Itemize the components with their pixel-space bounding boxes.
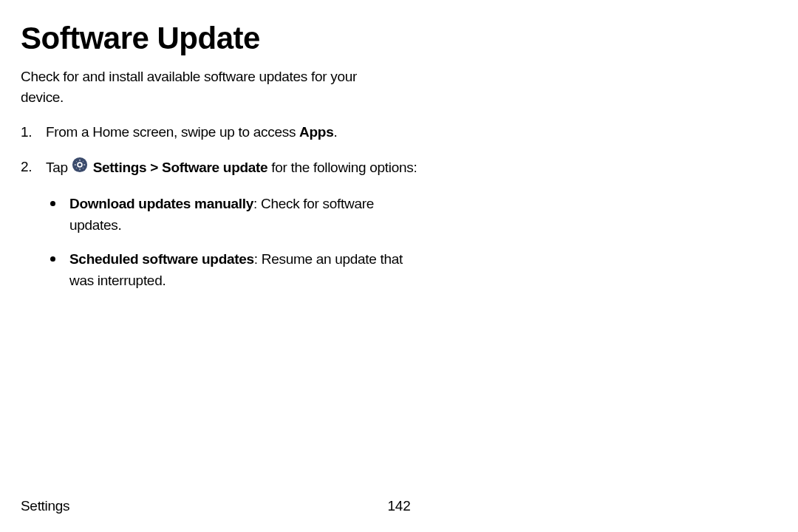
footer-section: Settings	[21, 498, 69, 514]
page-title: Software Update	[21, 21, 777, 56]
step-1-bold: Apps	[299, 124, 333, 140]
step-2-suffix: for the following options:	[267, 160, 417, 175]
settings-icon	[72, 157, 88, 180]
option-1: Download updates manually: Check for sof…	[50, 194, 420, 236]
option-2: Scheduled software updates: Resume an up…	[50, 249, 420, 291]
step-2-prefix: Tap	[46, 160, 72, 175]
footer: Settings 142	[21, 498, 777, 514]
intro-text: Check for and install available software…	[21, 66, 398, 107]
step-1-suffix: .	[333, 124, 337, 140]
step-2: Tap Settings > Software update for the f…	[21, 157, 420, 292]
step-1: From a Home screen, swipe up to access A…	[21, 122, 420, 143]
step-1-prefix: From a Home screen, swipe up to access	[46, 124, 299, 140]
steps-list: From a Home screen, swipe up to access A…	[21, 122, 420, 291]
options-list: Download updates manually: Check for sof…	[50, 194, 420, 291]
step-2-breadcrumb: Settings > Software update	[93, 160, 268, 175]
option-1-bold: Download updates manually	[69, 196, 253, 211]
option-2-bold: Scheduled software updates	[69, 251, 254, 267]
footer-page-number: 142	[388, 498, 411, 514]
